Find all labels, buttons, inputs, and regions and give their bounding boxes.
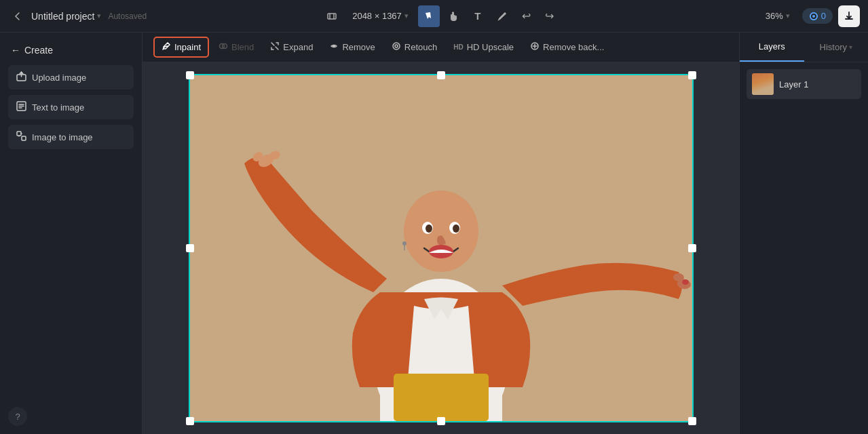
canvas-area: Inpaint Blend Expand Remove (143, 33, 739, 434)
sidebar: ← Create Upload image Text to image (0, 33, 143, 434)
svg-rect-0 (328, 14, 336, 19)
layer-item[interactable]: Layer 1 (747, 69, 861, 99)
text-tool-icon: T (474, 10, 480, 22)
svg-point-18 (404, 191, 478, 272)
autosaved-label: Autosaved (108, 12, 147, 21)
toolbar-expand[interactable]: Expand (263, 38, 320, 56)
right-panel: Layers History ▾ Layer 1 (739, 33, 868, 434)
dimensions-chevron: ▾ (404, 12, 409, 20)
image-to-image-label: Image to image (32, 132, 93, 142)
history-tab-inner: History ▾ (820, 42, 852, 52)
expand-label: Expand (283, 42, 313, 52)
svg-point-22 (453, 224, 459, 233)
project-title[interactable]: Untitled project ▾ (31, 11, 101, 22)
sidebar-item-text-to-image[interactable]: Text to image (8, 95, 134, 119)
main-layout: ← Create Upload image Text to image (0, 33, 868, 434)
undo-redo-group: ↩ ↪ (516, 5, 561, 27)
handle-middle-right[interactable] (688, 244, 696, 252)
handle-middle-left[interactable] (186, 244, 194, 252)
topbar-left: Untitled project ▾ Autosaved (8, 7, 157, 26)
svg-point-10 (333, 45, 335, 47)
toolbar-retouch[interactable]: Retouch (385, 38, 444, 56)
layer-name: Layer 1 (779, 79, 808, 90)
hd-upscale-label: HD Upscale (467, 42, 514, 52)
topbar-center: 2048 × 1367 ▾ T ↩ ↪ (163, 5, 719, 27)
remove-bg-icon (530, 41, 540, 53)
toolbar-remove-background[interactable]: Remove back... (523, 38, 611, 56)
back-button[interactable] (8, 7, 27, 26)
svg-point-11 (393, 43, 400, 50)
image-container[interactable] (189, 74, 694, 422)
sidebar-item-upload-image[interactable]: Upload image (8, 65, 134, 90)
pen-tool[interactable] (491, 5, 513, 27)
expand-icon (270, 41, 280, 53)
credits-button[interactable]: 0 (802, 8, 833, 24)
layer-thumb-inner (752, 73, 774, 95)
upload-icon (16, 71, 26, 83)
sidebar-create-label: Create (24, 45, 53, 56)
history-tab-label: History (820, 42, 847, 52)
zoom-button[interactable]: 36% ▾ (759, 8, 797, 24)
download-button[interactable] (838, 5, 860, 27)
svg-point-30 (682, 279, 689, 285)
remove-background-label: Remove back... (543, 42, 604, 52)
undo-button[interactable]: ↩ (516, 5, 537, 27)
project-title-chevron: ▾ (97, 12, 101, 20)
tab-layers[interactable]: Layers (740, 33, 804, 62)
svg-point-24 (402, 241, 407, 245)
handle-top-left[interactable] (186, 71, 194, 79)
dimensions-button[interactable]: 2048 × 1367 ▾ (345, 8, 415, 24)
edit-toolbar: Inpaint Blend Expand Remove (143, 33, 739, 62)
history-chevron: ▾ (849, 43, 852, 51)
sidebar-back-icon: ← (11, 45, 20, 56)
zoom-level: 36% (766, 11, 783, 21)
project-title-text: Untitled project (31, 11, 94, 22)
panel-tabs: Layers History ▾ (740, 33, 868, 62)
svg-point-21 (426, 224, 432, 233)
person-svg (190, 75, 692, 421)
text-to-image-icon (16, 101, 26, 113)
inpaint-icon (162, 41, 171, 53)
canvas-viewport[interactable] (143, 62, 739, 434)
remove-label: Remove (342, 42, 375, 52)
handle-bottom-left[interactable] (186, 417, 194, 425)
svg-point-3 (812, 15, 815, 18)
toolbar-blend[interactable]: Blend (212, 38, 261, 56)
text-tool[interactable]: T (467, 5, 489, 27)
toolbar-remove[interactable]: Remove (322, 38, 381, 56)
inpaint-label: Inpaint (174, 42, 201, 52)
upload-image-label: Upload image (32, 73, 86, 83)
credits-count: 0 (821, 11, 826, 21)
layers-panel-content: Layer 1 (740, 62, 868, 434)
svg-rect-17 (394, 374, 489, 421)
help-button[interactable]: ? (8, 407, 27, 426)
topbar-right: 36% ▾ 0 (724, 5, 860, 27)
dimensions-text: 2048 × 1367 (352, 11, 402, 21)
select-tool[interactable] (418, 5, 440, 27)
remove-icon (329, 41, 339, 53)
toolbar-inpaint[interactable]: Inpaint (153, 37, 209, 58)
retouch-label: Retouch (404, 42, 437, 52)
redo-button[interactable]: ↪ (539, 5, 561, 27)
topbar: Untitled project ▾ Autosaved 2048 × 1367… (0, 0, 868, 33)
zoom-chevron: ▾ (786, 12, 790, 20)
toolbar-hd-upscale[interactable]: HD HD Upscale (447, 39, 521, 56)
layer-thumbnail (752, 73, 774, 95)
blend-icon (219, 41, 228, 53)
svg-point-12 (395, 45, 398, 47)
hand-tool[interactable] (442, 5, 464, 27)
svg-rect-6 (17, 132, 21, 136)
handle-bottom-center[interactable] (437, 417, 445, 425)
hd-icon: HD (453, 43, 463, 51)
svg-rect-7 (22, 136, 26, 140)
tab-history[interactable]: History ▾ (804, 33, 869, 62)
handle-top-right[interactable] (688, 71, 696, 79)
handle-top-center[interactable] (437, 71, 445, 79)
sidebar-create-header[interactable]: ← Create (8, 41, 134, 60)
layers-tab-label: Layers (759, 41, 785, 52)
resize-icon[interactable] (321, 5, 343, 27)
help-icon: ? (15, 412, 20, 422)
sidebar-item-image-to-image[interactable]: Image to image (8, 125, 134, 149)
handle-bottom-right[interactable] (688, 417, 696, 425)
image-to-image-icon (16, 131, 26, 143)
